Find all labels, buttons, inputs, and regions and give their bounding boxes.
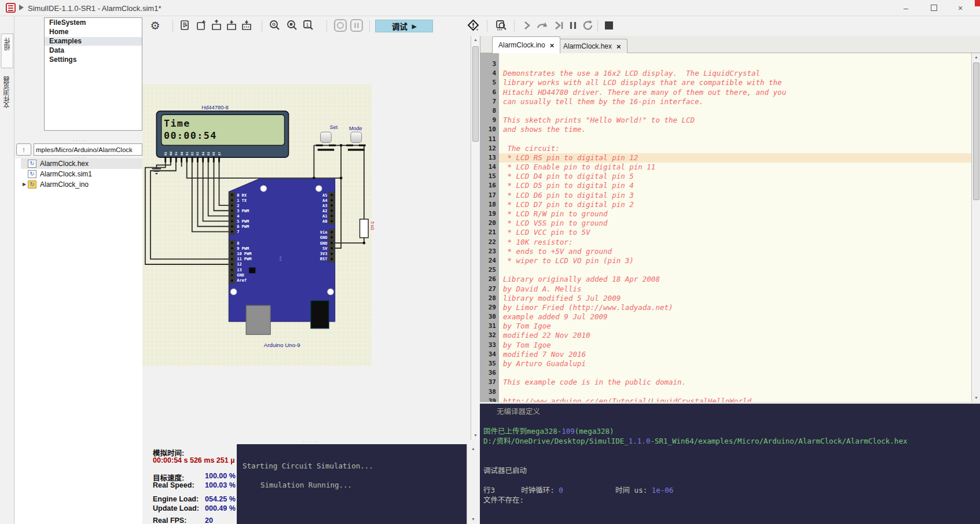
arduino-pin[interactable]: [231, 204, 233, 206]
editor-line[interactable]: 38: [480, 388, 971, 397]
properties-icon[interactable]: [467, 19, 480, 32]
save-circuit-as-icon[interactable]: [240, 19, 254, 32]
arduino-pin[interactable]: [331, 242, 333, 244]
editor-line[interactable]: 30example added 9 Jul 2009: [480, 312, 971, 322]
editor-line[interactable]: 21 * LCD VCC pin to 5V: [480, 228, 971, 237]
arduino-pin[interactable]: [231, 199, 233, 201]
editor-line[interactable]: 4Demonstrates the use a 16x2 LCD display…: [480, 69, 971, 78]
place-item-filesystem[interactable]: FileSystem: [45, 19, 142, 27]
open-circuit-icon[interactable]: [210, 19, 223, 32]
scroll-up-icon[interactable]: ▲: [467, 445, 479, 453]
editor-line[interactable]: 28library modified 5 Jul 2009: [480, 294, 971, 303]
pause-debug-icon[interactable]: [566, 19, 580, 32]
arduino-pin[interactable]: [331, 194, 333, 196]
editor-line[interactable]: 34modified 7 Nov 2016: [480, 350, 971, 359]
editor-line[interactable]: 9This sketch prints "Hello World!" to th…: [480, 116, 971, 125]
tab-components[interactable]: 组件: [1, 34, 13, 68]
arduino-pin[interactable]: [231, 247, 233, 249]
editor-line[interactable]: 10and shows the time.: [480, 125, 971, 134]
zoom-fit-icon[interactable]: [267, 19, 281, 32]
editor-line[interactable]: 16 * LCD D5 pin to digital pin 4: [480, 181, 971, 190]
step-over-icon[interactable]: [536, 19, 550, 32]
arduino-pin[interactable]: [331, 199, 333, 201]
arduino-pin[interactable]: [231, 279, 233, 282]
editor-line[interactable]: 5library works with all LCD displays tha…: [480, 78, 971, 87]
arduino-pin[interactable]: [331, 247, 333, 249]
code-editor[interactable]: 34Demonstrates the use a 16x2 LCD displa…: [480, 53, 971, 402]
arduino-pin[interactable]: [331, 204, 333, 206]
close-button[interactable]: ×: [952, 2, 969, 14]
editor-line[interactable]: 37This example code is in the public dom…: [480, 378, 971, 387]
editor-line[interactable]: 8: [480, 106, 971, 116]
stop-icon[interactable]: [602, 19, 616, 32]
sim-console-scrollbar[interactable]: ▲ ▼: [467, 444, 479, 524]
editor-line[interactable]: 12 The circuit:: [480, 144, 971, 153]
arduino-pin[interactable]: [231, 215, 233, 217]
settings-icon[interactable]: ⚙: [148, 19, 162, 32]
editor-line[interactable]: 35by Arturo Guadalupi: [480, 359, 971, 368]
tab-file-browser[interactable]: 文件浏览器: [1, 74, 13, 127]
arduino-pin[interactable]: [331, 231, 333, 233]
place-item-examples[interactable]: Examples: [45, 37, 142, 46]
place-item-data[interactable]: Data: [45, 46, 142, 55]
editor-line[interactable]: 29by Limor Fried (http://www.ladyada.net…: [480, 303, 971, 312]
tab-alarmclock-ino[interactable]: AlarmClock.ino ×: [492, 36, 560, 53]
tab-close-icon[interactable]: ×: [550, 41, 555, 50]
file-row[interactable]: ↻AlarmClock.hex: [21, 158, 142, 169]
folder-up-button[interactable]: ↑: [16, 143, 31, 156]
arduino-pin[interactable]: [331, 236, 333, 238]
arduino-pin[interactable]: [231, 226, 233, 228]
editor-line[interactable]: 17 * LCD D6 pin to digital pin 3: [480, 191, 971, 200]
path-input[interactable]: [34, 143, 142, 156]
editor-scrollbar[interactable]: ▲ ▼: [971, 53, 980, 402]
circuit-canvas[interactable]: Hd44780-8 Time 00:00:54 RSRWEnD0D1D2D3D4…: [142, 36, 471, 440]
tab-close-icon[interactable]: ×: [616, 42, 621, 51]
editor-line[interactable]: 26Library originally added 18 Apr 2008: [480, 275, 971, 284]
editor-line[interactable]: 33by Tom Igoe: [480, 341, 971, 350]
step-icon[interactable]: [520, 19, 534, 32]
save-circuit-icon[interactable]: [225, 19, 238, 32]
arduino-pin[interactable]: [231, 274, 233, 276]
zoom-selected-icon[interactable]: [285, 19, 299, 32]
editor-line[interactable]: 7can usually tell them by the 16-pin int…: [480, 97, 971, 106]
editor-line[interactable]: 14 * LCD Enable pin to digital pin 11: [480, 163, 971, 172]
editor-line[interactable]: 3: [480, 60, 971, 69]
editor-line[interactable]: 19 * LCD R/W pin to ground: [480, 209, 971, 219]
component-list-icon[interactable]: [178, 19, 192, 32]
zoom-one-icon[interactable]: 1: [301, 19, 315, 32]
arduino-pin[interactable]: [331, 220, 333, 222]
editor-line[interactable]: 6Hitachi HD44780 driver. There are many …: [480, 88, 971, 97]
new-circuit-icon[interactable]: [194, 19, 208, 32]
arduino-pin[interactable]: [231, 220, 233, 222]
arduino-pin[interactable]: [331, 253, 333, 255]
arduino-pin[interactable]: [231, 209, 233, 212]
editor-scrollbar-thumb[interactable]: [973, 62, 979, 200]
power-circuit-icon[interactable]: [333, 19, 347, 32]
resistor[interactable]: 5 kΩ: [360, 219, 375, 238]
place-item-home[interactable]: Home: [45, 28, 142, 36]
editor-line[interactable]: 11: [480, 135, 971, 144]
scroll-down-icon[interactable]: ▼: [471, 431, 480, 440]
scroll-down-icon[interactable]: ▼: [467, 515, 479, 523]
arduino-pin[interactable]: [231, 253, 233, 255]
pause-sim-icon[interactable]: [350, 19, 364, 32]
editor-line[interactable]: 27by David A. Mellis: [480, 285, 971, 294]
horizontal-splitter[interactable]: ······: [142, 440, 479, 444]
find-icon[interactable]: [494, 19, 508, 32]
step-to-icon[interactable]: [552, 19, 566, 32]
arduino-pin[interactable]: [231, 258, 233, 260]
tab-alarmclock-hex[interactable]: AlarmClock.hex ×: [557, 39, 627, 53]
editor-line[interactable]: 25: [480, 265, 971, 275]
arduino-pin[interactable]: [231, 194, 233, 196]
place-item-settings[interactable]: Settings: [45, 56, 142, 64]
editor-line[interactable]: 24 * wiper to LCD VO pin (pin 3): [480, 256, 971, 265]
editor-line[interactable]: 22 * 10K resistor:: [480, 238, 971, 247]
editor-line[interactable]: 31by Tom Igoe: [480, 322, 971, 331]
expand-arrow-icon[interactable]: ▶: [21, 179, 28, 190]
editor-line[interactable]: 20 * LCD VSS pin to ground: [480, 219, 971, 228]
arduino-pin[interactable]: [231, 269, 233, 271]
splitter-handle[interactable]: ·····: [73, 138, 87, 143]
editor-line[interactable]: 23 * ends to +5V and ground: [480, 247, 971, 256]
scroll-up-icon[interactable]: ▲: [972, 53, 980, 61]
maximize-button[interactable]: [925, 2, 942, 14]
